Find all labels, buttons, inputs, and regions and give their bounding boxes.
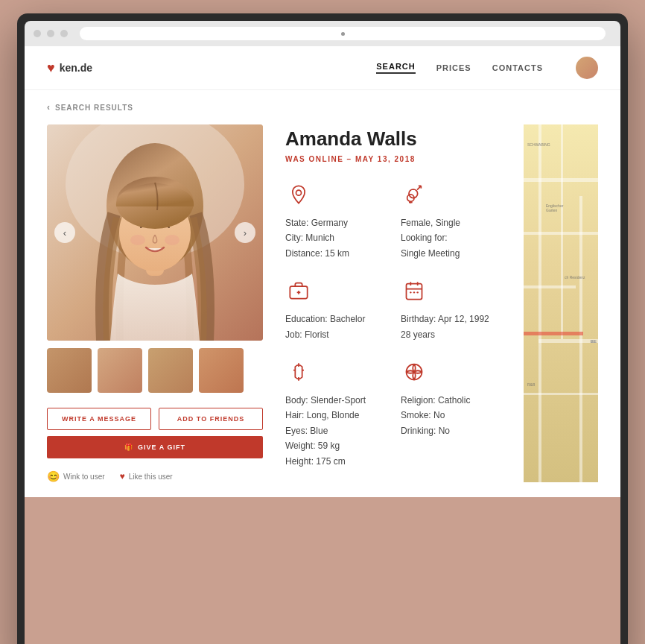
avatar[interactable] <box>576 57 598 79</box>
browser-chrome <box>25 21 620 46</box>
work-text: Education: Bachelor Job: Florist <box>285 312 386 342</box>
birthday-text: Birthday: Apr 12, 1992 28 years <box>401 312 501 342</box>
lifestyle-icon <box>401 359 428 385</box>
state-text: State: Germany <box>285 215 386 230</box>
map-road <box>538 124 541 482</box>
lifestyle-block: Religion: Catholic Smoke: No Drinking: N… <box>401 359 501 469</box>
gender-line3: Single Meeting <box>401 246 501 261</box>
svg-point-6 <box>165 235 179 245</box>
gender-block: Female, Single Looking for: Single Meeti… <box>401 181 501 261</box>
breadcrumb[interactable]: ‹ SEARCH RESULTS <box>25 90 620 124</box>
birthday-date: Birthday: Apr 12, 1992 <box>401 312 501 326</box>
nav-links: SEARCH PRICES CONTACTS <box>376 57 598 79</box>
birthday-block: Birthday: Apr 12, 1992 28 years <box>401 277 501 342</box>
religion-text: Religion: Catholic <box>401 393 501 408</box>
browser-dot-green <box>60 30 68 37</box>
nav-prices[interactable]: PRICES <box>436 63 471 72</box>
appearance-icon <box>285 359 312 385</box>
logo[interactable]: ♥ ken.de <box>47 60 92 76</box>
birthday-age: 28 years <box>401 327 501 342</box>
nav-contacts[interactable]: CONTACTS <box>492 63 543 72</box>
map-route <box>524 332 583 335</box>
body-text: Body: Slender-Sport <box>285 393 386 408</box>
eyes-text: Eyes: Blue <box>285 423 386 438</box>
education-text: Education: Bachelor <box>285 312 386 326</box>
info-grid: State: Germany City: Munich Distance: 15… <box>285 181 501 469</box>
appearance-text: Body: Slender-Sport Hair: Long, Blonde E… <box>285 393 386 469</box>
work-block: Education: Bachelor Job: Florist <box>285 277 386 342</box>
browser-content: ♥ ken.de SEARCH PRICES CONTACTS ‹ SEARCH… <box>25 46 620 644</box>
thumbnail-4[interactable] <box>199 348 244 393</box>
profile-name: Amanda Walls <box>285 127 501 151</box>
map-label: ch Residenz <box>565 275 585 280</box>
wink-icon: 😊 <box>47 470 60 482</box>
url-dot <box>341 32 345 36</box>
like-heart-icon: ♥ <box>120 471 125 482</box>
profile-image <box>47 124 263 341</box>
hair-text: Hair: Long, Blonde <box>285 408 386 423</box>
map-road <box>524 285 576 288</box>
thumbnail-2[interactable] <box>98 348 142 393</box>
distance-text: Distance: 15 km <box>285 246 386 261</box>
location-icon <box>285 181 312 208</box>
thumbnail-1[interactable] <box>47 348 92 393</box>
give-gift-label: GIVE A GIFT <box>138 443 185 451</box>
gift-icon: 🎁 <box>124 443 133 451</box>
left-panel: ‹ › WRITE A MESSAGE ADD TO FRIENDS 🎁 <box>47 124 263 482</box>
map-road <box>538 339 598 343</box>
carousel-next-button[interactable]: › <box>235 222 255 243</box>
thumbnails <box>47 348 263 393</box>
map-road <box>579 196 582 482</box>
weight-text: Weight: 59 kg <box>285 438 386 453</box>
right-panel: Amanda Walls WAS ONLINE – MAY 13, 2018 S… <box>285 124 501 482</box>
gender-line2: Looking for: <box>401 230 501 245</box>
map-label: SCHWABING <box>527 142 550 147</box>
svg-rect-19 <box>407 284 422 300</box>
location-text: State: Germany City: Munich Distance: 15… <box>285 215 386 261</box>
write-message-button[interactable]: WRITE A MESSAGE <box>47 408 151 430</box>
bottom-section <box>25 497 620 644</box>
map-road <box>524 393 598 395</box>
map-road <box>561 124 563 339</box>
drinking-text: Drinking: No <box>401 423 501 438</box>
url-bar[interactable] <box>80 27 606 40</box>
add-friends-button[interactable]: ADD TO FRIENDS <box>159 408 263 430</box>
work-icon <box>285 277 312 304</box>
online-status: WAS ONLINE – MAY 13, 2018 <box>285 155 501 163</box>
birthday-icon <box>401 277 428 304</box>
map-background: SCHWABING EnglischerGarten ch Residenz B… <box>524 124 598 482</box>
breadcrumb-label: SEARCH RESULTS <box>55 104 133 112</box>
smoke-text: Smoke: No <box>401 408 501 423</box>
gender-line1: Female, Single <box>401 215 501 230</box>
wink-action[interactable]: 😊 Wink to user <box>47 470 105 482</box>
give-gift-button[interactable]: 🎁 GIVE A GIFT <box>47 436 263 458</box>
location-block: State: Germany City: Munich Distance: 15… <box>285 181 386 261</box>
thumbnail-3[interactable] <box>148 348 193 393</box>
map-panel: SCHWABING EnglischerGarten ch Residenz B… <box>524 124 598 482</box>
logo-text: ken.de <box>60 62 92 74</box>
job-text: Job: Florist <box>285 327 386 342</box>
main-content: ‹ › WRITE A MESSAGE ADD TO FRIENDS 🎁 <box>25 124 620 497</box>
wink-label: Wink to user <box>63 473 105 481</box>
carousel-prev-button[interactable]: ‹ <box>54 222 75 243</box>
gender-icon <box>401 181 428 208</box>
nav-search[interactable]: SEARCH <box>376 62 415 74</box>
btn-row-1: WRITE A MESSAGE ADD TO FRIENDS <box>47 408 263 430</box>
device-frame: ♥ ken.de SEARCH PRICES CONTACTS ‹ SEARCH… <box>17 13 628 644</box>
map-label: BE <box>591 339 597 344</box>
map-label: EnglischerGarten <box>546 203 563 212</box>
appearance-block: Body: Slender-Sport Hair: Long, Blonde E… <box>285 359 386 469</box>
height-text: Height: 175 cm <box>285 454 386 469</box>
browser-dot-yellow <box>47 30 54 37</box>
city-text: City: Munich <box>285 230 386 245</box>
breadcrumb-arrow-icon: ‹ <box>47 102 51 113</box>
map-label: R&B <box>527 382 535 387</box>
like-action[interactable]: ♥ Like this user <box>120 471 173 482</box>
navbar: ♥ ken.de SEARCH PRICES CONTACTS <box>25 46 620 90</box>
svg-point-5 <box>130 235 145 245</box>
gender-text: Female, Single Looking for: Single Meeti… <box>401 215 501 261</box>
svg-point-8 <box>296 190 302 195</box>
social-actions: 😊 Wink to user ♥ Like this user <box>47 470 263 482</box>
logo-heart-icon: ♥ <box>47 60 55 76</box>
like-label: Like this user <box>129 473 173 481</box>
